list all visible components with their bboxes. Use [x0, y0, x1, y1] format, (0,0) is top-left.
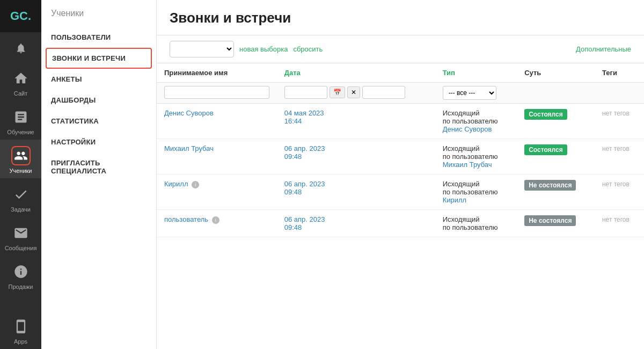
submenu-item-invite[interactable]: ПРИГЛАСИТЬ СПЕЦИАЛИСТА — [41, 152, 156, 181]
name-link-2[interactable]: Кирилл — [164, 180, 188, 188]
logo[interactable]: GC. — [0, 0, 41, 32]
filter-bar: новая выборка сбросить Дополнительные — [157, 35, 644, 63]
col-header-type[interactable]: Тип — [435, 63, 517, 83]
cell-tags-2: нет тегов — [595, 174, 644, 210]
cell-name-3: пользователь i — [157, 210, 277, 237]
name-link-0[interactable]: Денис Суворов — [164, 109, 214, 117]
cell-status-1: Состоялся — [517, 139, 595, 174]
filter-date-cell: 📅 ✕ — [277, 83, 435, 104]
submenu-item-settings[interactable]: НАСТРОЙКИ — [41, 132, 156, 152]
submenu-item-statistics[interactable]: СТАТИСТИКА — [41, 111, 156, 132]
cell-name-0: Денис Суворов — [157, 104, 277, 139]
home-icon — [11, 69, 31, 88]
status-badge-2: Не состоялся — [524, 180, 576, 191]
date-value-3: 06 апр. 202309:48 — [284, 215, 325, 231]
name-link-1[interactable]: Михаил Трубач — [164, 144, 214, 152]
cell-type-3: Исходящийпо пользователю — [435, 210, 517, 237]
tags-value-3: нет тегов — [602, 216, 630, 223]
sidebar-item-sales-label: Продажи — [9, 283, 33, 290]
sidebar-item-bell[interactable] — [0, 32, 41, 62]
date-calendar-button[interactable]: 📅 — [330, 86, 345, 98]
table-filter-row: 📅 ✕ --- все --- — [157, 83, 644, 104]
cell-status-2: Не состоялся — [517, 174, 595, 210]
table-row: пользователь i 06 апр. 202309:48 Исходящ… — [157, 210, 644, 237]
filter-type-select[interactable]: --- все --- — [443, 86, 496, 100]
tags-value-2: нет тегов — [602, 180, 630, 188]
cell-date-2: 06 апр. 202309:48 — [277, 174, 435, 210]
date-value-0: 04 мая 202316:44 — [284, 109, 324, 125]
sidebar-item-learning[interactable]: Обучение — [0, 101, 41, 140]
filter-name-input[interactable] — [164, 86, 269, 99]
table-row: Кирилл i 06 апр. 202309:48 Исходящийпо п… — [157, 174, 644, 210]
status-badge-1: Состоялся — [524, 144, 567, 155]
learning-icon — [11, 107, 31, 127]
sidebar-item-apps[interactable]: Apps — [0, 310, 41, 349]
date-value-2: 06 апр. 202309:48 — [284, 180, 325, 196]
submenu-item-dashboards[interactable]: ДАШБОРДЫ — [41, 90, 156, 111]
filter-reset-link[interactable]: сбросить — [293, 45, 323, 53]
table-header-row: Принимаемое имя Дата Тип Суть Теги — [157, 63, 644, 83]
sidebar-item-tasks[interactable]: Задачи — [0, 178, 41, 217]
main-content: Звонки и встречи новая выборка сбросить … — [157, 0, 644, 349]
name-link-3[interactable]: пользователь — [164, 215, 208, 223]
cell-name-2: Кирилл i — [157, 174, 277, 210]
filter-tags-cell — [595, 83, 644, 104]
cell-tags-0: нет тегов — [595, 104, 644, 139]
cell-date-3: 06 апр. 202309:48 — [277, 210, 435, 237]
tasks-icon — [11, 185, 31, 204]
filter-date-input[interactable] — [284, 86, 327, 99]
tags-value-1: нет тегов — [602, 145, 630, 152]
sidebar-item-students[interactable]: Ученики — [0, 140, 41, 178]
table-container: Принимаемое имя Дата Тип Суть Теги 📅 ✕ — [157, 63, 644, 349]
page-header: Звонки и встречи — [157, 0, 644, 35]
cell-date-1: 06 апр. 202309:48 — [277, 139, 435, 174]
type-value-0: Исходящийпо пользователю Денис Суворов — [443, 109, 510, 133]
page-title: Звонки и встречи — [170, 10, 631, 26]
submenu-title: Ученики — [41, 9, 156, 27]
submenu-item-calls[interactable]: ЗВОНКИ И ВСТРЕЧИ — [46, 48, 152, 69]
info-icon[interactable]: i — [192, 181, 199, 188]
filter-date-input2[interactable] — [362, 86, 405, 99]
cell-status-3: Не состоялся — [517, 210, 595, 237]
cell-type-2: Исходящийпо пользователю Кирилл — [435, 174, 517, 210]
bell-icon — [11, 39, 31, 58]
sidebar-item-tasks-label: Задачи — [11, 206, 31, 213]
cell-type-0: Исходящийпо пользователю Денис Суворов — [435, 104, 517, 139]
submenu-item-users[interactable]: ПОЛЬЗОВАТЕЛИ — [41, 27, 156, 48]
filter-select[interactable] — [170, 41, 234, 57]
col-header-essence: Суть — [517, 63, 595, 83]
cell-tags-1: нет тегов — [595, 139, 644, 174]
sidebar-item-messages-label: Сообщения — [5, 245, 37, 251]
sidebar-item-students-label: Ученики — [9, 168, 32, 174]
col-header-date[interactable]: Дата — [277, 63, 435, 83]
apps-icon — [11, 317, 31, 336]
filter-new-link[interactable]: новая выборка — [239, 45, 288, 53]
col-header-name: Принимаемое имя — [157, 63, 277, 83]
sidebar-item-messages[interactable]: Сообщения — [0, 217, 41, 256]
cell-name-1: Михаил Трубач — [157, 139, 277, 174]
cell-tags-3: нет тегов — [595, 210, 644, 237]
sidebar-icons: GC. Сайт Обучение Ученики Задачи — [0, 0, 41, 349]
cell-date-0: 04 мая 202316:44 — [277, 104, 435, 139]
type-link-2[interactable]: Кирилл — [443, 196, 510, 204]
sidebar-item-learning-label: Обучение — [7, 129, 34, 135]
type-link-1[interactable]: Михаил Трубач — [443, 161, 510, 169]
filter-more-link[interactable]: Дополнительные — [576, 45, 631, 53]
status-badge-0: Состоялся — [524, 109, 567, 120]
filter-type-cell: --- все --- — [435, 83, 517, 104]
submenu-item-surveys[interactable]: АНКЕТЫ — [41, 69, 156, 90]
table-row: Денис Суворов 04 мая 202316:44 Исходящий… — [157, 104, 644, 139]
sales-icon — [11, 262, 31, 281]
type-value-1: Исходящийпо пользователю Михаил Трубач — [443, 144, 510, 169]
logo-text: GC. — [10, 9, 31, 23]
sidebar-item-site-label: Сайт — [14, 90, 27, 97]
sidebar-item-site[interactable]: Сайт — [0, 62, 41, 101]
cell-type-1: Исходящийпо пользователю Михаил Трубач — [435, 139, 517, 174]
students-icon — [11, 146, 31, 165]
date-clear-button[interactable]: ✕ — [347, 86, 360, 98]
filter-essence-cell — [517, 83, 595, 104]
type-link-0[interactable]: Денис Суворов — [443, 125, 510, 133]
sidebar-item-sales[interactable]: Продажи — [0, 256, 41, 294]
info-icon[interactable]: i — [212, 216, 219, 224]
sidebar-item-apps-label: Apps — [14, 338, 27, 345]
